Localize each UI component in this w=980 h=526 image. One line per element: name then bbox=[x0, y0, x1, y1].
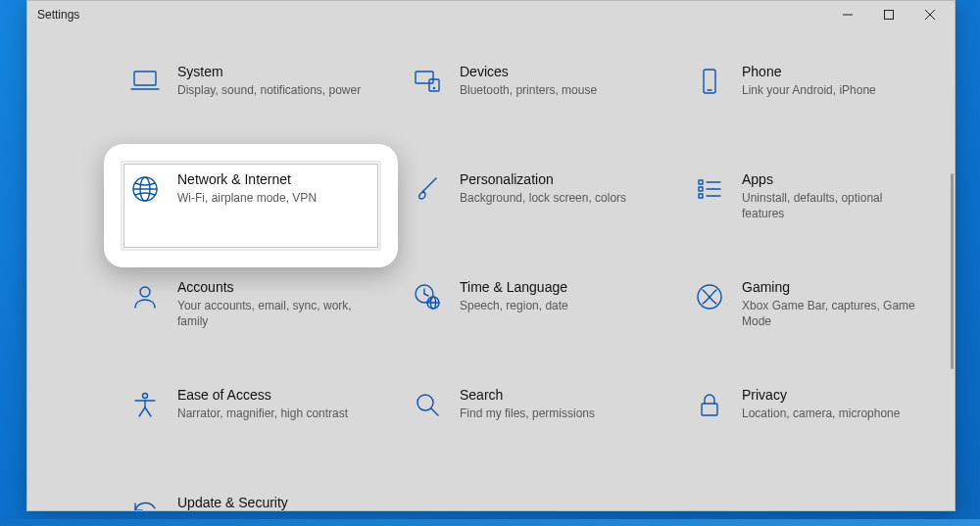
tile-privacy[interactable]: Privacy Location, camera, microphone bbox=[688, 379, 943, 463]
close-icon bbox=[925, 10, 935, 20]
paintbrush-icon bbox=[411, 172, 444, 206]
settings-home: System Display, sound, notifications, po… bbox=[27, 28, 955, 510]
tile-time[interactable]: Time & Language Speech, region, date bbox=[406, 271, 661, 356]
tile-desc: Narrator, magnifier, high contrast bbox=[177, 406, 348, 421]
tile-title: Time & Language bbox=[460, 278, 568, 296]
tile-desc: Location, camera, microphone bbox=[742, 406, 900, 421]
apps-list-icon bbox=[693, 172, 726, 206]
tile-accounts[interactable]: Accounts Your accounts, email, sync, wor… bbox=[123, 271, 378, 356]
clock-globe-icon bbox=[411, 280, 444, 313]
svg-rect-4 bbox=[134, 72, 156, 85]
tile-desc: Find my files, permissions bbox=[460, 406, 595, 421]
tile-personalization[interactable]: Personalization Background, lock screen,… bbox=[406, 164, 661, 248]
tile-title: Search bbox=[460, 386, 595, 404]
svg-line-31 bbox=[139, 407, 145, 416]
desktop: Settings System Display, bbox=[0, 0, 980, 526]
tile-title: Devices bbox=[460, 63, 597, 80]
tile-title: Privacy bbox=[742, 386, 900, 404]
tile-title: System bbox=[177, 63, 361, 80]
tile-desc: Display, sound, notifications, power bbox=[177, 82, 361, 98]
svg-point-8 bbox=[434, 88, 435, 89]
globe-icon bbox=[128, 172, 162, 206]
tile-apps[interactable]: Apps Uninstall, defaults, optional featu… bbox=[688, 164, 943, 248]
tile-desc: Wi-Fi, airplane mode, VPN bbox=[177, 190, 317, 206]
maximize-button[interactable] bbox=[868, 1, 909, 28]
svg-point-20 bbox=[140, 287, 150, 297]
svg-rect-1 bbox=[885, 11, 894, 20]
laptop-icon bbox=[128, 65, 162, 98]
svg-line-23 bbox=[424, 294, 428, 296]
tile-desc: Speech, region, date bbox=[460, 298, 568, 313]
tile-title: Apps bbox=[742, 170, 928, 188]
tile-gaming[interactable]: Gaming Xbox Game Bar, captures, Game Mod… bbox=[688, 271, 943, 356]
tile-title: Network & Internet bbox=[177, 170, 317, 188]
tile-desc: Xbox Game Bar, captures, Game Mode bbox=[742, 298, 928, 329]
devices-icon bbox=[411, 65, 444, 98]
tile-update[interactable]: Update & Security Windows Update, recove… bbox=[123, 487, 378, 510]
tile-desc: Your accounts, email, sync, work, family bbox=[177, 298, 364, 329]
tile-desc: Uninstall, defaults, optional features bbox=[742, 190, 928, 221]
tile-title: Accounts bbox=[177, 278, 364, 296]
tile-system[interactable]: System Display, sound, notifications, po… bbox=[123, 56, 378, 140]
tile-search[interactable]: Search Find my files, permissions bbox=[406, 379, 661, 463]
tile-phone[interactable]: Phone Link your Android, iPhone bbox=[688, 56, 943, 140]
sync-icon bbox=[128, 496, 162, 510]
svg-line-34 bbox=[431, 408, 438, 415]
maximize-icon bbox=[884, 10, 894, 20]
svg-rect-6 bbox=[416, 72, 433, 83]
tile-desc: Bluetooth, printers, mouse bbox=[460, 82, 597, 98]
svg-rect-16 bbox=[699, 194, 703, 198]
search-icon bbox=[411, 388, 444, 421]
settings-window: Settings System Display, bbox=[26, 0, 956, 511]
svg-point-28 bbox=[143, 394, 148, 399]
svg-line-32 bbox=[145, 407, 151, 416]
svg-rect-35 bbox=[702, 404, 717, 415]
tile-desc: Background, lock screen, colors bbox=[460, 190, 626, 206]
close-button[interactable] bbox=[909, 1, 951, 28]
minimize-icon bbox=[843, 10, 853, 20]
window-title: Settings bbox=[37, 8, 827, 22]
minimize-button[interactable] bbox=[827, 1, 868, 28]
tile-devices[interactable]: Devices Bluetooth, printers, mouse bbox=[406, 56, 661, 140]
tile-desc: Link your Android, iPhone bbox=[742, 82, 876, 98]
tile-title: Phone bbox=[742, 63, 876, 80]
person-icon bbox=[128, 280, 162, 313]
titlebar: Settings bbox=[27, 1, 955, 28]
tile-ease-of-access[interactable]: Ease of Access Narrator, magnifier, high… bbox=[123, 379, 378, 463]
lock-icon bbox=[693, 388, 726, 421]
tile-title: Gaming bbox=[742, 278, 928, 296]
xbox-icon bbox=[693, 280, 726, 313]
tile-title: Update & Security bbox=[177, 494, 362, 510]
svg-rect-15 bbox=[699, 187, 703, 191]
taskbar[interactable] bbox=[0, 519, 980, 526]
categories-grid: System Display, sound, notifications, po… bbox=[27, 28, 955, 510]
tile-network-highlight: Network & Internet Wi-Fi, airplane mode,… bbox=[104, 144, 398, 267]
phone-icon bbox=[693, 65, 726, 98]
scrollbar-thumb[interactable] bbox=[951, 173, 954, 369]
tile-title: Personalization bbox=[460, 170, 626, 188]
tile-title: Ease of Access bbox=[177, 386, 348, 404]
accessibility-icon bbox=[128, 388, 162, 421]
svg-rect-14 bbox=[699, 180, 703, 184]
tile-network[interactable]: Network & Internet Wi-Fi, airplane mode,… bbox=[123, 164, 378, 248]
